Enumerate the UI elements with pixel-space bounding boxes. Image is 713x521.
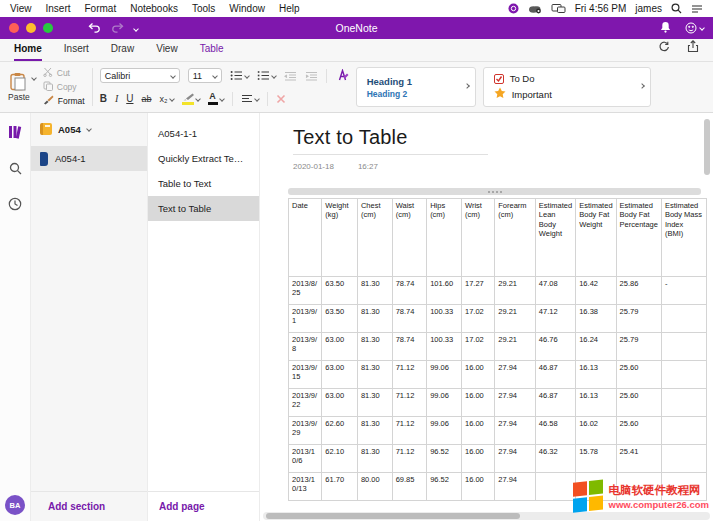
menu-item-notebooks[interactable]: Notebooks	[130, 3, 178, 14]
table-cell[interactable]: 16.24	[576, 333, 616, 361]
tab-draw[interactable]: Draw	[111, 43, 134, 61]
table-cell[interactable]: 99.06	[427, 389, 462, 417]
tab-view[interactable]: View	[156, 43, 178, 61]
table-cell[interactable]: 78.74	[392, 333, 426, 361]
displays-status-icon[interactable]	[551, 3, 566, 14]
font-color-button[interactable]: A	[208, 92, 224, 105]
menu-item-help[interactable]: Help	[279, 3, 300, 14]
table-header-cell[interactable]: Estimated Body Fat Weight	[576, 199, 616, 277]
undo-icon[interactable]	[88, 19, 101, 37]
paragraph-align-button[interactable]	[241, 94, 259, 103]
table-cell[interactable]: 47.08	[535, 277, 575, 305]
table-cell[interactable]	[661, 361, 706, 389]
table-cell[interactable]: 16.02	[576, 417, 616, 445]
table-cell[interactable]: 15.78	[576, 445, 616, 473]
table-cell[interactable]: 80.00	[357, 473, 392, 501]
table-cell[interactable]: 17.27	[461, 277, 494, 305]
strikethrough-button[interactable]: ab	[141, 94, 151, 104]
highlight-button[interactable]	[182, 93, 200, 105]
table-cell[interactable]: 16.13	[576, 389, 616, 417]
page-item-text-to-table[interactable]: Text to Table	[148, 196, 259, 221]
font-size-select[interactable]: 11	[188, 68, 222, 83]
table-cell[interactable]	[661, 445, 706, 473]
table-cell[interactable]: 2013/9/8	[289, 333, 322, 361]
table-cell[interactable]: 100.33	[427, 305, 462, 333]
table-cell[interactable]: 2013/10/6	[289, 445, 322, 473]
table-cell[interactable]: 99.06	[427, 361, 462, 389]
table-cell[interactable]: 2013/10/13	[289, 473, 322, 501]
recent-clock-icon[interactable]	[8, 197, 22, 215]
tab-home[interactable]: Home	[14, 43, 42, 61]
table-cell[interactable]: 46.32	[535, 445, 575, 473]
table-cell[interactable]: 63.00	[322, 389, 358, 417]
table-cell[interactable]: 29.21	[495, 333, 536, 361]
table-header-cell[interactable]: Estimated Body Mass Index (BMI)	[661, 199, 706, 277]
style-heading-1[interactable]: Heading 1	[367, 76, 465, 87]
table-cell[interactable]: 81.30	[357, 277, 392, 305]
format-painter-button[interactable]: Format	[43, 95, 85, 107]
table-cell[interactable]	[661, 389, 706, 417]
table-header-cell[interactable]: Weight (kg)	[322, 199, 358, 277]
table-cell[interactable]: 16.38	[576, 305, 616, 333]
notebooks-library-icon[interactable]	[8, 125, 22, 143]
menu-item-format[interactable]: Format	[85, 3, 117, 14]
page-item-a054-1-1[interactable]: A054-1-1	[148, 121, 259, 146]
table-cell[interactable]: 25.60	[616, 417, 661, 445]
italic-button[interactable]: I	[115, 93, 118, 104]
subscript-button[interactable]: x₂	[160, 94, 174, 104]
table-cell[interactable]: 63.00	[322, 333, 358, 361]
table-header-cell[interactable]: Forearm (cm)	[495, 199, 536, 277]
tab-insert[interactable]: Insert	[64, 43, 89, 61]
table-cell[interactable]: 81.30	[357, 417, 392, 445]
styles-more-icon[interactable]	[464, 83, 470, 89]
table-cell[interactable]: 46.58	[535, 417, 575, 445]
paste-button[interactable]: Paste	[8, 72, 30, 103]
table-cell[interactable]: 2013/8/25	[289, 277, 322, 305]
table-cell[interactable]: 27.94	[495, 473, 536, 501]
table-cell[interactable]: 25.79	[616, 305, 661, 333]
table-cell[interactable]: 2013/9/29	[289, 417, 322, 445]
outdent-button[interactable]	[284, 71, 297, 81]
table-cell[interactable]: 17.02	[461, 305, 494, 333]
table-cell[interactable]: 61.70	[322, 473, 358, 501]
table-cell[interactable]: 16.00	[461, 417, 494, 445]
onenote-status-icon[interactable]	[508, 3, 519, 14]
table-cell[interactable]: 25.86	[616, 277, 661, 305]
horizontal-scrollbar-thumb[interactable]	[266, 513, 520, 519]
bold-button[interactable]: B	[100, 93, 107, 104]
section-item-a054-1[interactable]: A054-1	[31, 146, 147, 171]
table-cell[interactable]: 29.21	[495, 305, 536, 333]
table-cell[interactable]: 2013/9/15	[289, 361, 322, 389]
table-cell[interactable]: 17.02	[461, 333, 494, 361]
customize-toolbar-icon[interactable]	[134, 19, 138, 37]
clear-formatting-icon[interactable]	[276, 90, 286, 108]
table-cell[interactable]: 62.60	[322, 417, 358, 445]
table-cell[interactable]: 46.76	[535, 333, 575, 361]
table-cell[interactable]: 81.30	[357, 333, 392, 361]
table-cell[interactable]	[535, 473, 575, 501]
spotlight-icon[interactable]	[671, 3, 682, 14]
menu-item-window[interactable]: Window	[229, 3, 265, 14]
cloud-status-icon[interactable]	[528, 3, 542, 14]
table-cell[interactable]: 96.52	[427, 473, 462, 501]
tags-more-icon[interactable]	[639, 83, 645, 89]
table-cell[interactable]: 96.52	[427, 445, 462, 473]
table-cell[interactable]: 16.00	[461, 445, 494, 473]
table-cell[interactable]: 46.87	[535, 389, 575, 417]
table-cell[interactable]: 78.74	[392, 305, 426, 333]
table-header-cell[interactable]: Date	[289, 199, 322, 277]
table-cell[interactable]: 78.74	[392, 277, 426, 305]
table-cell[interactable]: 27.94	[495, 389, 536, 417]
tag-todo[interactable]: To Do	[494, 73, 640, 84]
page-title[interactable]: Text to Table	[293, 126, 713, 149]
table-cell[interactable]: 25.60	[616, 361, 661, 389]
table-cell[interactable]	[661, 417, 706, 445]
zoom-window-button[interactable]	[43, 23, 53, 33]
table-cell[interactable]: 16.00	[461, 389, 494, 417]
table-cell[interactable]: 101.60	[427, 277, 462, 305]
table-cell[interactable]: -	[661, 277, 706, 305]
page-date[interactable]: 2020-01-18	[293, 162, 334, 171]
table-header-cell[interactable]: Estimated Lean Body Weight	[535, 199, 575, 277]
table-cell[interactable]: 81.30	[357, 361, 392, 389]
paste-dropdown-icon[interactable]	[31, 75, 37, 81]
